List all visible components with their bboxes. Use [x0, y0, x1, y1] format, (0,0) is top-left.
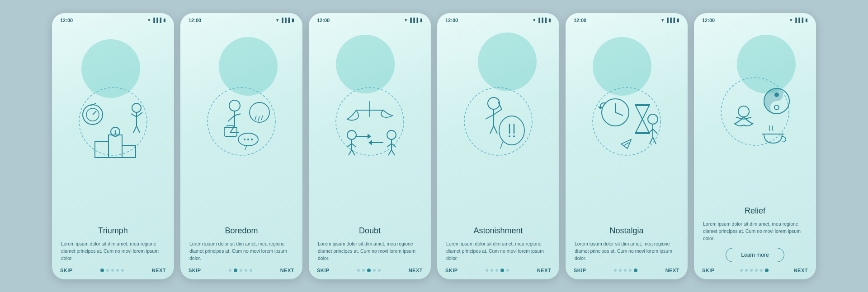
- dots-relief: [740, 269, 769, 272]
- skip-astonishment[interactable]: SKIP: [445, 268, 458, 273]
- svg-point-90: [774, 105, 779, 110]
- body-nostalgia: Lorem ipsum dolor sit dim amet, mea regi…: [575, 240, 679, 262]
- wifi-icon-5: ▾: [661, 18, 664, 23]
- dot-a3: [495, 269, 498, 272]
- time-3: 12:00: [317, 18, 330, 23]
- svg-line-52: [387, 144, 392, 147]
- screen-boredom: 12:00 ▾ ▐▐▐ ▮: [180, 13, 302, 279]
- body-triumph: Lorem ipsum dolor sit dim amet, mea regi…: [61, 240, 165, 262]
- wifi-icon-2: ▾: [276, 18, 278, 23]
- nav-astonishment: SKIP NEXT: [437, 262, 559, 279]
- wifi-icon-6: ▾: [790, 18, 792, 23]
- dot-b2: [234, 269, 237, 272]
- next-triumph[interactable]: NEXT: [152, 268, 166, 273]
- svg-point-89: [774, 93, 779, 97]
- dot-4: [116, 269, 119, 272]
- svg-point-32: [251, 139, 253, 140]
- time-2: 12:00: [189, 18, 201, 23]
- wifi-icon: ▾: [148, 18, 150, 23]
- wifi-icon-3: ▾: [405, 18, 407, 23]
- svg-line-14: [93, 111, 96, 115]
- dots-doubt: [357, 269, 381, 272]
- svg-point-30: [244, 139, 245, 140]
- illustration-boredom: [180, 26, 302, 222]
- svg-line-55: [392, 150, 395, 155]
- next-doubt[interactable]: NEXT: [409, 268, 423, 273]
- svg-point-31: [247, 139, 249, 140]
- status-bar-1: 12:00 ▾ ▐▐▐ ▮: [52, 13, 174, 26]
- status-bar-4: 12:00 ▾ ▐▐▐ ▮: [437, 13, 559, 26]
- svg-line-27: [261, 116, 263, 120]
- screen-triumph: 12:00 ▾ ▐▐▐ ▮ 1: [52, 13, 174, 279]
- title-triumph: Triumph: [61, 226, 165, 236]
- skip-nostalgia[interactable]: SKIP: [574, 268, 586, 273]
- dot-r3: [750, 269, 753, 272]
- content-boredom: Boredom Lorem ipsum dolor sit dim amet, …: [180, 222, 302, 262]
- svg-line-25: [255, 116, 256, 120]
- dot-5: [121, 269, 124, 272]
- next-astonishment[interactable]: NEXT: [537, 268, 551, 273]
- skip-doubt[interactable]: SKIP: [317, 268, 330, 273]
- dot-r6: [765, 269, 769, 272]
- svg-line-20: [228, 116, 235, 121]
- svg-point-81: [648, 114, 658, 124]
- svg-point-17: [208, 88, 275, 155]
- signal-icon-2: ▐▐▐: [280, 18, 290, 23]
- astonishment-svg: [453, 79, 543, 169]
- dot-3: [111, 269, 114, 272]
- illustration-relief: [694, 26, 816, 202]
- dots-astonishment: [486, 269, 509, 272]
- signal-icon-4: ▐▐▐: [537, 18, 547, 23]
- svg-point-69: [513, 135, 515, 137]
- time-5: 12:00: [574, 18, 586, 23]
- status-icons-2: ▾ ▐▐▐ ▮: [276, 18, 294, 23]
- skip-boredom[interactable]: SKIP: [189, 268, 201, 273]
- svg-point-57: [488, 97, 500, 109]
- dot-r2: [745, 269, 748, 272]
- battery-icon: ▮: [163, 18, 166, 23]
- screen-doubt: 12:00 ▾ ▐▐▐ ▮: [309, 13, 431, 279]
- content-doubt: Doubt Lorem ipsum dolor sit dim amet, me…: [309, 222, 431, 262]
- signal-icon: ▐▐▐: [152, 18, 161, 23]
- signal-icon-5: ▐▐▐: [665, 18, 675, 23]
- dot-r5: [760, 269, 763, 272]
- svg-marker-43: [368, 140, 372, 145]
- dot-n3: [624, 269, 627, 272]
- svg-rect-1: [95, 142, 108, 158]
- dot-n4: [629, 269, 632, 272]
- svg-point-18: [229, 100, 240, 111]
- skip-relief[interactable]: SKIP: [702, 268, 715, 273]
- doubt-svg: [325, 79, 415, 169]
- screen-relief: 12:00 ▾ ▐▐▐ ▮: [694, 13, 816, 279]
- svg-line-9: [137, 112, 142, 117]
- body-doubt: Lorem ipsum dolor sit dim amet, mea regi…: [318, 240, 422, 262]
- screen-astonishment: 12:00 ▾ ▐▐▐ ▮: [437, 13, 559, 279]
- title-relief: Relief: [703, 206, 807, 216]
- time-1: 12:00: [60, 18, 73, 23]
- battery-icon-6: ▮: [805, 18, 808, 23]
- status-icons-5: ▾ ▐▐▐ ▮: [661, 18, 679, 23]
- status-icons-6: ▾ ▐▐▐ ▮: [790, 18, 808, 23]
- battery-icon-2: ▮: [292, 18, 294, 23]
- next-relief[interactable]: NEXT: [794, 268, 808, 273]
- dot-a5: [506, 269, 509, 272]
- next-boredom[interactable]: NEXT: [280, 268, 294, 273]
- status-bar-6: 12:00 ▾ ▐▐▐ ▮: [694, 13, 816, 26]
- title-boredom: Boredom: [189, 226, 293, 236]
- illustration-astonishment: [437, 26, 559, 222]
- svg-marker-41: [368, 134, 371, 139]
- svg-line-62: [490, 126, 494, 134]
- dot-b3: [240, 269, 242, 272]
- next-nostalgia[interactable]: NEXT: [665, 268, 679, 273]
- dots-triumph: [100, 269, 124, 272]
- relief-svg: [710, 69, 800, 159]
- dot-b4: [245, 269, 247, 272]
- svg-point-64: [499, 116, 524, 145]
- svg-line-54: [388, 150, 392, 155]
- content-astonishment: Astonishment Lorem ipsum dolor sit dim a…: [437, 222, 559, 262]
- skip-triumph[interactable]: SKIP: [60, 268, 73, 273]
- svg-point-87: [721, 78, 789, 145]
- body-relief: Lorem ipsum dolor sit dim amet, mea regi…: [703, 220, 807, 242]
- learn-more-button[interactable]: Learn more: [726, 248, 784, 262]
- nostalgia-svg: [581, 79, 672, 169]
